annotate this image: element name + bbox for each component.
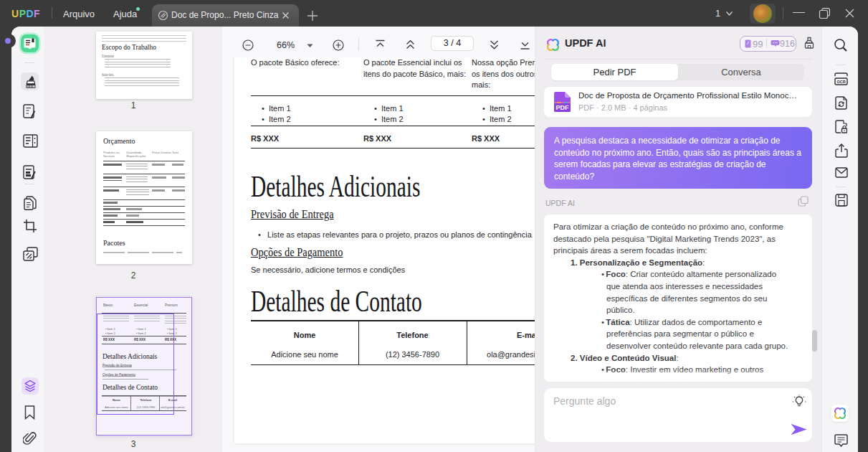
svg-text:OCR: OCR xyxy=(836,80,845,84)
svg-text:PDF: PDF xyxy=(556,104,570,111)
